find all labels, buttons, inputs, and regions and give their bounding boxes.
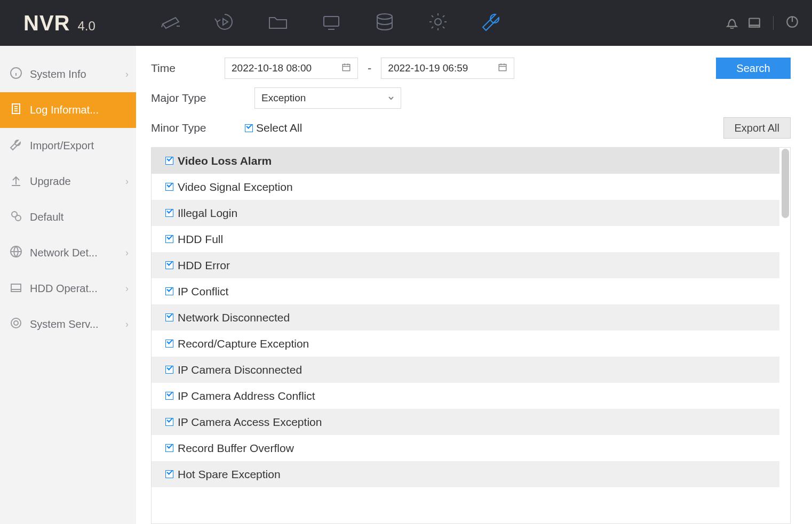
end-time-value: 2022-10-19 06:59 (388, 62, 468, 74)
divider (773, 16, 774, 30)
search-button[interactable]: Search (716, 58, 791, 79)
sidebar-item-label: System Info (30, 68, 86, 80)
folder-icon (267, 11, 289, 35)
svg-rect-4 (749, 26, 760, 27)
app-header: NVR 4.0 (0, 0, 812, 46)
network-icon (10, 245, 22, 261)
start-time-input[interactable]: 2022-10-18 08:00 (225, 58, 358, 79)
minor-type-row[interactable]: Illegal Login (152, 200, 779, 226)
main-content: Time 2022-10-18 08:00 - 2022-10-19 06:59… (136, 46, 812, 524)
nav-playback[interactable] (213, 11, 236, 35)
wrench-icon (481, 11, 502, 35)
minor-type-row[interactable]: Record/Capture Exception (152, 330, 779, 357)
sidebar-item-label: System Serv... (30, 318, 99, 330)
checkbox-icon (165, 366, 173, 374)
sidebar-item-label: Network Det... (30, 247, 98, 259)
nav-tools[interactable] (480, 11, 503, 35)
sidebar-item-hdd-operation[interactable]: HDD Operat... › (0, 271, 136, 307)
checkbox-icon (165, 261, 173, 269)
system-icons (725, 15, 799, 31)
minor-type-row[interactable]: Hot Spare Exception (152, 461, 779, 487)
svg-point-13 (14, 321, 18, 325)
sidebar-item-system-service[interactable]: System Serv... › (0, 307, 136, 342)
checkbox-icon (165, 287, 173, 295)
svg-rect-16 (499, 64, 507, 70)
sidebar-item-log-information[interactable]: Log Informat... (0, 92, 136, 128)
minor-type-row[interactable]: HDD Error (152, 252, 779, 278)
power-icon[interactable] (785, 15, 799, 31)
upgrade-icon (10, 174, 22, 189)
time-range-separator: - (368, 61, 371, 75)
nav-storage[interactable] (373, 11, 396, 35)
brand-version: 4.0 (77, 19, 95, 34)
minor-type-row[interactable]: Video Loss Alarm (152, 148, 779, 174)
minor-type-label: Record/Capture Exception (178, 337, 309, 350)
chevron-right-icon: › (125, 283, 129, 294)
nav-camera[interactable] (160, 11, 183, 35)
checkbox-icon (165, 235, 173, 243)
nav-files[interactable] (266, 11, 290, 35)
svg-rect-12 (11, 289, 21, 292)
sidebar-item-label: Import/Export (30, 140, 94, 152)
major-type-label: Major Type (151, 92, 245, 104)
major-type-select[interactable]: Exception (254, 87, 401, 109)
time-label: Time (151, 62, 215, 75)
checkbox-icon (165, 392, 173, 400)
minor-type-row[interactable]: IP Conflict (152, 278, 779, 304)
minor-type-row[interactable]: Record Buffer Overflow (152, 435, 779, 461)
checkbox-icon (165, 418, 173, 426)
checkbox-icon (165, 340, 173, 348)
bell-icon[interactable] (725, 15, 739, 31)
sidebar-item-label: HDD Operat... (30, 283, 98, 295)
minor-type-label: IP Camera Address Conflict (178, 390, 315, 402)
sidebar-item-label: Default (30, 211, 63, 223)
select-all-checkbox[interactable]: Select All (245, 122, 302, 134)
sidebar-item-system-info[interactable]: System Info › (0, 57, 136, 92)
sidebar-item-upgrade[interactable]: Upgrade › (0, 164, 136, 199)
scrollbar[interactable] (782, 149, 789, 218)
major-type-value: Exception (261, 92, 306, 104)
minor-type-label: IP Conflict (178, 285, 228, 298)
minor-type-list: Video Loss AlarmVideo Signal ExceptionIl… (151, 147, 791, 524)
sidebar-item-label: Upgrade (30, 175, 71, 188)
checkbox-icon (165, 313, 173, 321)
start-time-value: 2022-10-18 08:00 (232, 62, 312, 74)
checkbox-icon (165, 209, 173, 217)
sidebar-item-label: Log Informat... (30, 104, 99, 116)
minor-type-row[interactable]: IP Camera Disconnected (152, 357, 779, 383)
svg-rect-15 (343, 64, 350, 70)
minor-type-label: Video Loss Alarm (178, 155, 272, 167)
chevron-right-icon: › (125, 319, 129, 330)
hdd-icon[interactable] (747, 15, 761, 31)
svg-rect-11 (11, 284, 21, 289)
minor-type-row[interactable]: Video Signal Exception (152, 174, 779, 200)
chevron-right-icon: › (125, 176, 129, 187)
minor-type-row[interactable]: IP Camera Access Exception (152, 409, 779, 435)
sidebar-item-default[interactable]: Default (0, 199, 136, 235)
sidebar-item-network-detection[interactable]: Network Det... › (0, 235, 136, 271)
filter-major-row: Major Type Exception (151, 87, 791, 109)
nav-display[interactable] (320, 11, 343, 35)
chevron-right-icon: › (125, 247, 129, 259)
svg-rect-3 (749, 19, 760, 26)
filter-minor-row: Minor Type Select All Export All (151, 117, 791, 139)
minor-type-row[interactable]: IP Camera Address Conflict (152, 383, 779, 409)
service-icon (10, 317, 22, 332)
select-all-label: Select All (256, 122, 302, 134)
minor-type-label: Video Signal Exception (178, 181, 293, 194)
nav-settings[interactable] (426, 11, 450, 35)
end-time-input[interactable]: 2022-10-19 06:59 (381, 58, 514, 79)
export-all-button[interactable]: Export All (723, 117, 791, 139)
brand: NVR 4.0 (23, 11, 95, 35)
svg-point-2 (435, 19, 441, 25)
playback-icon (214, 11, 235, 35)
calendar-icon (498, 62, 507, 75)
svg-point-9 (15, 215, 21, 221)
sidebar-item-import-export[interactable]: Import/Export (0, 128, 136, 164)
minor-type-row[interactable]: HDD Full (152, 226, 779, 252)
minor-type-label: HDD Full (178, 233, 223, 246)
minor-type-row[interactable]: Network Disconnected (152, 304, 779, 330)
minor-type-label: IP Camera Access Exception (178, 416, 322, 429)
calendar-icon (341, 62, 351, 75)
storage-icon (374, 11, 395, 35)
